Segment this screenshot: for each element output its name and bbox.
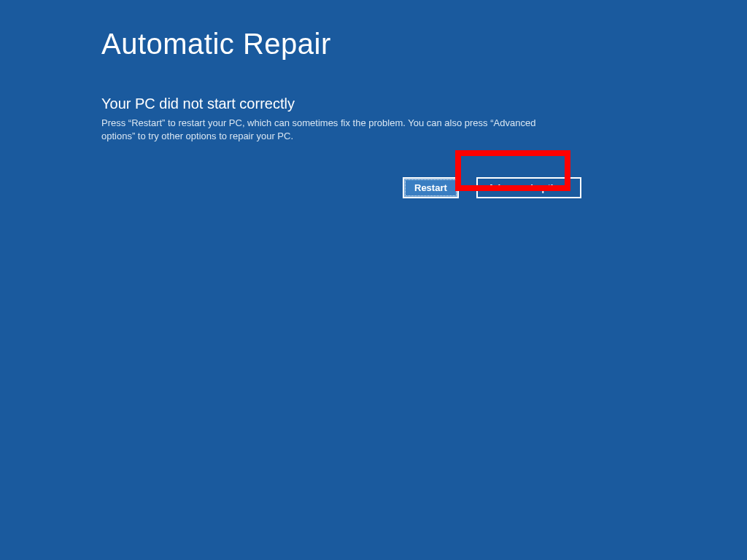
recovery-screen: Automatic Repair Your PC did not start c…: [0, 0, 747, 198]
button-row: Restart Advanced options: [403, 177, 747, 198]
page-description: Press “Restart” to restart your PC, whic…: [101, 117, 568, 142]
page-title: Automatic Repair: [101, 28, 747, 61]
advanced-options-button[interactable]: Advanced options: [476, 177, 582, 198]
restart-button[interactable]: Restart: [403, 177, 459, 198]
page-subtitle: Your PC did not start correctly: [101, 96, 747, 112]
